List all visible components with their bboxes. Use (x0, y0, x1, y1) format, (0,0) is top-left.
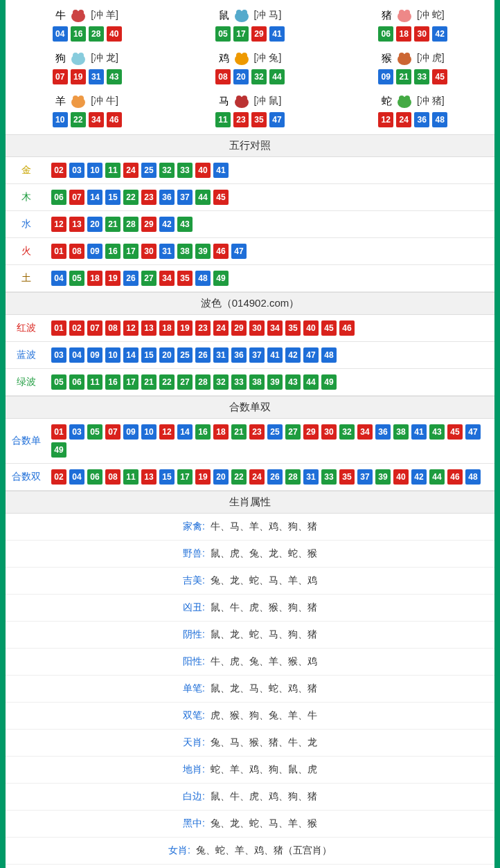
svg-point-11 (78, 53, 84, 58)
number-ball: 36 (375, 424, 391, 440)
number-ball: 47 (465, 424, 481, 440)
number-ball: 41 (213, 163, 229, 178)
number-ball: 15 (105, 190, 120, 205)
bose-table: 红波0102070812131819232429303435404546蓝波03… (6, 315, 494, 396)
wuxing-balls: 02031011242532334041 (47, 157, 494, 183)
wuxing-row: 土04051819262734354849 (6, 265, 494, 292)
heshu-balls: 0103050709101214161821232527293032343638… (47, 419, 494, 463)
number-ball: 34 (267, 320, 283, 336)
number-ball: 17 (123, 374, 139, 390)
number-ball: 40 (195, 163, 211, 178)
number-ball: 20 (87, 217, 102, 232)
svg-point-13 (236, 53, 242, 58)
zodiac-clash: [冲 虎] (417, 52, 445, 64)
wuxing-row: 火0108091617303138394647 (6, 238, 494, 265)
number-ball: 41 (411, 424, 427, 440)
number-ball: 25 (141, 163, 157, 178)
number-ball: 21 (141, 374, 157, 390)
number-ball: 12 (159, 424, 175, 440)
number-ball: 32 (251, 69, 267, 84)
bose-label: 绿波 (6, 369, 47, 395)
zodiac-name: 猪 (382, 9, 392, 22)
number-ball: 33 (414, 69, 429, 84)
number-ball: 11 (215, 112, 231, 127)
number-ball: 18 (396, 26, 411, 42)
heshu-label: 合数双 (6, 464, 47, 490)
wuxing-balls: 0108091617303138394647 (47, 238, 494, 264)
zodiac-cell-goat: 羊[冲 牛]10223446 (6, 89, 168, 132)
number-ball: 13 (141, 320, 157, 336)
attr-label: 天肖: (183, 736, 205, 748)
svg-point-17 (404, 53, 410, 58)
number-ball: 34 (89, 112, 104, 127)
number-ball: 29 (141, 217, 157, 232)
number-ball: 08 (215, 69, 231, 84)
number-ball: 25 (267, 424, 283, 440)
number-ball: 29 (251, 26, 267, 42)
number-ball: 39 (267, 374, 283, 390)
number-ball: 46 (447, 469, 463, 485)
number-ball: 17 (233, 26, 249, 42)
number-ball: 21 (396, 69, 411, 84)
number-ball: 42 (432, 26, 447, 42)
number-ball: 45 (447, 424, 463, 440)
wuxing-title: 五行对照 (6, 134, 494, 157)
number-ball: 38 (393, 424, 409, 440)
horse-icon (231, 93, 253, 109)
attr-row: 双笔: 虎、猴、狗、兔、羊、牛 (6, 703, 494, 730)
number-ball: 01 (51, 424, 66, 440)
number-ball: 26 (267, 469, 283, 485)
number-ball: 28 (285, 469, 301, 485)
dog-icon (67, 50, 89, 66)
number-ball: 49 (213, 271, 229, 286)
number-ball: 18 (87, 271, 102, 286)
number-ball: 01 (51, 244, 66, 259)
number-ball: 10 (87, 163, 102, 178)
number-ball: 33 (321, 469, 337, 485)
svg-point-25 (399, 96, 404, 101)
number-ball: 45 (432, 69, 447, 84)
number-ball: 32 (213, 374, 229, 390)
number-ball: 05 (51, 374, 66, 390)
number-ball: 07 (105, 424, 120, 440)
attr-row: 阴性: 鼠、龙、蛇、马、狗、猪 (6, 622, 494, 649)
bose-row: 蓝波03040910141520252631363741424748 (6, 342, 494, 369)
svg-point-7 (399, 10, 404, 15)
number-ball: 44 (303, 374, 319, 390)
attr-value: 兔、龙、蛇、马、羊、鸡 (208, 575, 317, 586)
heshu-balls: 0204060811131517192022242628313335373940… (47, 464, 494, 490)
number-ball: 40 (393, 469, 409, 485)
number-ball: 24 (213, 320, 229, 336)
number-ball: 40 (107, 26, 122, 42)
zodiac-name: 蛇 (382, 95, 392, 108)
number-ball: 09 (87, 347, 102, 363)
attr-row: 白边: 鼠、牛、虎、鸡、狗、猪 (6, 784, 494, 811)
attr-value: 蛇、羊、鸡、狗、鼠、虎 (208, 763, 317, 775)
rat-icon (231, 7, 253, 24)
attr-value: 虎、猴、狗、兔、羊、牛 (208, 709, 317, 721)
attr-value: 鼠、龙、蛇、马、狗、猪 (208, 629, 317, 640)
attr-row: 男肖: 鼠、牛、虎、龙、马、猴、狗 (6, 865, 494, 868)
number-ball: 31 (213, 347, 229, 363)
zodiac-name: 鸡 (219, 52, 229, 65)
heshu-label: 合数单 (6, 419, 47, 463)
number-ball: 14 (177, 424, 193, 440)
number-ball: 19 (195, 469, 211, 485)
zodiac-clash: [冲 蛇] (417, 9, 445, 21)
number-ball: 49 (51, 442, 66, 458)
number-ball: 38 (249, 374, 265, 390)
number-ball: 12 (123, 320, 139, 336)
pig-icon (393, 7, 416, 24)
number-ball: 16 (195, 424, 211, 440)
goat-icon (67, 93, 89, 109)
zodiac-name: 狗 (55, 52, 66, 65)
number-ball: 43 (429, 424, 445, 440)
number-ball: 11 (87, 374, 102, 390)
number-ball: 04 (53, 26, 68, 42)
zodiac-name: 马 (219, 95, 229, 108)
number-ball: 42 (159, 217, 175, 232)
zodiac-name: 羊 (55, 95, 66, 108)
number-ball: 01 (51, 320, 66, 336)
number-ball: 30 (414, 26, 429, 42)
svg-point-5 (242, 10, 247, 15)
